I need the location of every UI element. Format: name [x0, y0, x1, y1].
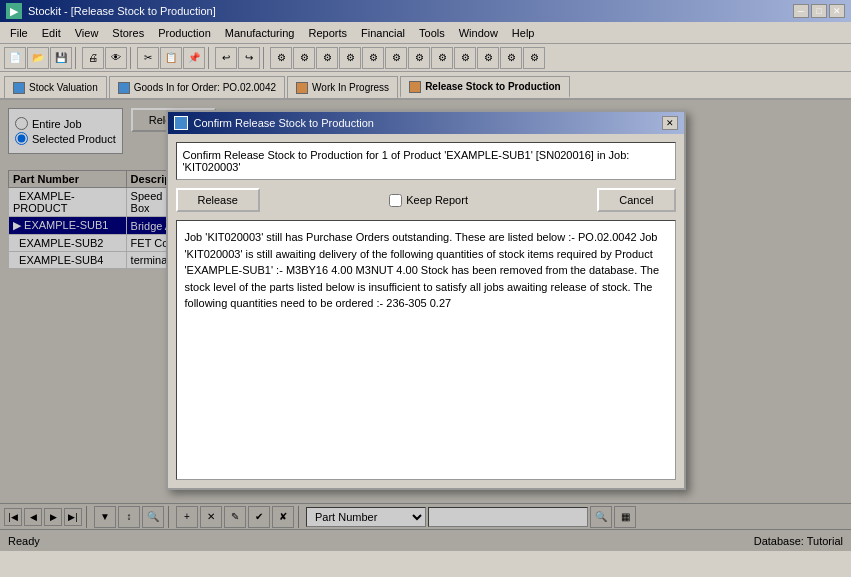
window-title: Stockit - [Release Stock to Production]	[28, 5, 216, 17]
tab-icon-work	[296, 82, 308, 94]
tab-work-progress[interactable]: Work In Progress	[287, 76, 398, 98]
title-bar-left: ▶ Stockit - [Release Stock to Production…	[6, 3, 216, 19]
cut-button[interactable]: ✂	[137, 47, 159, 69]
tab-label-work: Work In Progress	[312, 82, 389, 93]
minimize-button[interactable]: ─	[793, 4, 809, 18]
tb-btn-16[interactable]: ⚙	[523, 47, 545, 69]
tb-btn-8[interactable]: ⚙	[339, 47, 361, 69]
keep-report-label: Keep Report	[406, 194, 468, 206]
menu-view[interactable]: View	[69, 25, 105, 41]
dialog-cancel-button[interactable]: Cancel	[597, 188, 675, 212]
tab-icon-stock	[13, 82, 25, 94]
print-button[interactable]: 🖨	[82, 47, 104, 69]
menu-reports[interactable]: Reports	[302, 25, 353, 41]
keep-report-group: Keep Report	[268, 194, 589, 207]
paste-button[interactable]: 📌	[183, 47, 205, 69]
toolbar-separator-1	[75, 47, 79, 69]
dialog-title-bar: Confirm Release Stock to Production ✕	[168, 112, 684, 134]
tb-btn-9[interactable]: ⚙	[362, 47, 384, 69]
tb-btn-11[interactable]: ⚙	[408, 47, 430, 69]
maximize-button[interactable]: □	[811, 4, 827, 18]
menu-help[interactable]: Help	[506, 25, 541, 41]
open-button[interactable]: 📂	[27, 47, 49, 69]
keep-report-checkbox[interactable]	[389, 194, 402, 207]
title-bar: ▶ Stockit - [Release Stock to Production…	[0, 0, 851, 22]
tb-btn-5[interactable]: ⚙	[270, 47, 292, 69]
dialog-title-left: Confirm Release Stock to Production	[174, 116, 374, 130]
toolbar-separator-3	[208, 47, 212, 69]
menu-bar: File Edit View Stores Production Manufac…	[0, 22, 851, 44]
tab-icon-goods	[118, 82, 130, 94]
dialog-message: Job 'KIT020003' still has Purchase Order…	[176, 220, 676, 480]
tab-icon-release	[409, 81, 421, 93]
copy-button[interactable]: 📋	[160, 47, 182, 69]
toolbar-separator-4	[263, 47, 267, 69]
tab-label-release: Release Stock to Production	[425, 81, 561, 92]
tb-btn-14[interactable]: ⚙	[477, 47, 499, 69]
toolbar-separator-2	[130, 47, 134, 69]
dialog-close-button[interactable]: ✕	[662, 116, 678, 130]
dialog-release-button[interactable]: Release	[176, 188, 260, 212]
preview-button[interactable]: 👁	[105, 47, 127, 69]
dialog-body: Confirm Release Stock to Production for …	[168, 134, 684, 488]
menu-financial[interactable]: Financial	[355, 25, 411, 41]
title-bar-controls: ─ □ ✕	[793, 4, 845, 18]
menu-stores[interactable]: Stores	[106, 25, 150, 41]
redo-button[interactable]: ↪	[238, 47, 260, 69]
menu-production[interactable]: Production	[152, 25, 217, 41]
confirm-dialog: Confirm Release Stock to Production ✕ Co…	[166, 110, 686, 490]
menu-file[interactable]: File	[4, 25, 34, 41]
menu-manufacturing[interactable]: Manufacturing	[219, 25, 301, 41]
modal-overlay: Confirm Release Stock to Production ✕ Co…	[0, 100, 851, 551]
new-button[interactable]: 📄	[4, 47, 26, 69]
dialog-buttons: Release Keep Report Cancel	[176, 188, 676, 212]
main-toolbar: 📄 📂 💾 🖨 👁 ✂ 📋 📌 ↩ ↪ ⚙ ⚙ ⚙ ⚙ ⚙ ⚙ ⚙ ⚙ ⚙ ⚙ …	[0, 44, 851, 72]
main-area: Entire Job Selected Product Release... P…	[0, 100, 851, 551]
tb-btn-13[interactable]: ⚙	[454, 47, 476, 69]
tb-btn-15[interactable]: ⚙	[500, 47, 522, 69]
undo-button[interactable]: ↩	[215, 47, 237, 69]
tb-btn-12[interactable]: ⚙	[431, 47, 453, 69]
tb-btn-7[interactable]: ⚙	[316, 47, 338, 69]
app-icon: ▶	[6, 3, 22, 19]
tb-btn-6[interactable]: ⚙	[293, 47, 315, 69]
dialog-confirm-text: Confirm Release Stock to Production for …	[176, 142, 676, 180]
menu-window[interactable]: Window	[453, 25, 504, 41]
menu-edit[interactable]: Edit	[36, 25, 67, 41]
tab-label-stock: Stock Valuation	[29, 82, 98, 93]
dialog-title-icon	[174, 116, 188, 130]
menu-tools[interactable]: Tools	[413, 25, 451, 41]
tab-release-stock[interactable]: Release Stock to Production	[400, 76, 570, 98]
close-window-button[interactable]: ✕	[829, 4, 845, 18]
save-button[interactable]: 💾	[50, 47, 72, 69]
tab-goods-in[interactable]: Goods In for Order: PO.02.0042	[109, 76, 285, 98]
tab-stock-valuation[interactable]: Stock Valuation	[4, 76, 107, 98]
tab-bar: Stock Valuation Goods In for Order: PO.0…	[0, 72, 851, 100]
tb-btn-10[interactable]: ⚙	[385, 47, 407, 69]
dialog-title-text: Confirm Release Stock to Production	[194, 117, 374, 129]
tab-label-goods: Goods In for Order: PO.02.0042	[134, 82, 276, 93]
